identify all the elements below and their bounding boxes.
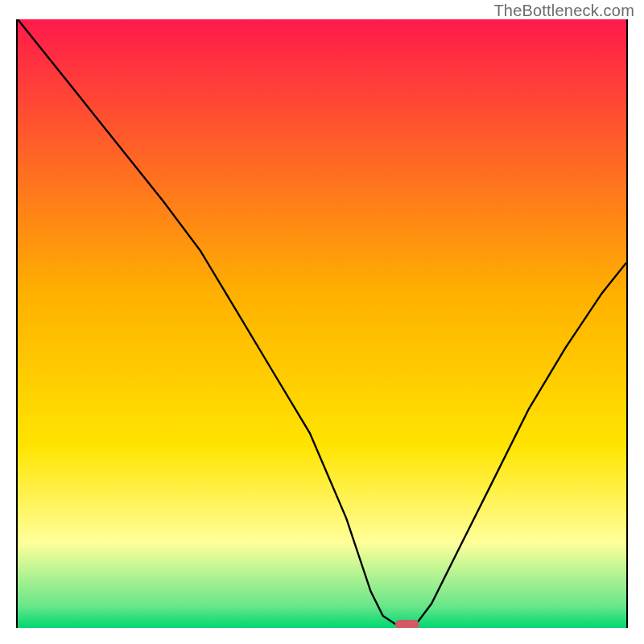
bottleneck-plot xyxy=(18,19,626,628)
gradient-background xyxy=(18,19,626,628)
optimal-marker xyxy=(395,620,419,628)
chart-container: TheBottleneck.com xyxy=(0,0,644,644)
watermark-text: TheBottleneck.com xyxy=(493,2,634,20)
